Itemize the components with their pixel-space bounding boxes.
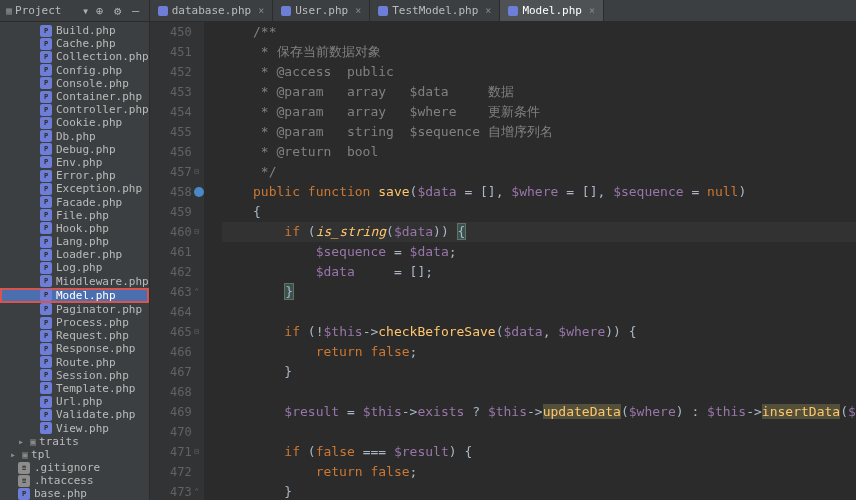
line-number[interactable]: 466 — [150, 342, 192, 362]
line-number[interactable]: 472 — [150, 462, 192, 482]
tab-testmodel-php[interactable]: TestModel.php× — [370, 0, 500, 21]
line-number[interactable]: 473⌃ — [150, 482, 192, 500]
line-number[interactable]: 469 — [150, 402, 192, 422]
line-number[interactable]: 455 — [150, 122, 192, 142]
line-number[interactable]: 453 — [150, 82, 192, 102]
line-number[interactable]: 464 — [150, 302, 192, 322]
tree-file-middleware-php[interactable]: PMiddleware.php — [0, 275, 149, 288]
tree-file-db-php[interactable]: PDb.php — [0, 130, 149, 143]
tree-file-session-php[interactable]: PSession.php — [0, 369, 149, 382]
close-icon[interactable]: × — [258, 5, 264, 16]
line-number[interactable]: 457⊟ — [150, 162, 192, 182]
code-line[interactable] — [222, 422, 856, 442]
line-number[interactable]: 471⊟ — [150, 442, 192, 462]
line-number[interactable]: 458 — [150, 182, 192, 202]
line-number[interactable]: 452 — [150, 62, 192, 82]
code-line[interactable] — [222, 302, 856, 322]
tree-file-url-php[interactable]: PUrl.php — [0, 395, 149, 408]
tree-file-base-php[interactable]: Pbase.php — [0, 487, 149, 500]
code-line[interactable]: if (is_string($data)) { — [222, 222, 856, 242]
line-number[interactable]: 454 — [150, 102, 192, 122]
tree-file-log-php[interactable]: PLog.php — [0, 261, 149, 274]
code-line[interactable]: /** — [222, 22, 856, 42]
tree-file-route-php[interactable]: PRoute.php — [0, 356, 149, 369]
line-number[interactable]: 456 — [150, 142, 192, 162]
code-line[interactable]: return false; — [222, 342, 856, 362]
tree-file-cookie-php[interactable]: PCookie.php — [0, 116, 149, 129]
line-number[interactable]: 468 — [150, 382, 192, 402]
code-line[interactable]: } — [222, 482, 856, 500]
code-line[interactable]: * @param array $where 更新条件 — [222, 102, 856, 122]
tree-file-view-php[interactable]: PView.php — [0, 421, 149, 434]
tree-file-validate-php[interactable]: PValidate.php — [0, 408, 149, 421]
tree-file-exception-php[interactable]: PException.php — [0, 182, 149, 195]
code-line[interactable]: * @access public — [222, 62, 856, 82]
line-number[interactable]: 465⊟ — [150, 322, 192, 342]
code-line[interactable]: */ — [222, 162, 856, 182]
line-number[interactable]: 470 — [150, 422, 192, 442]
code-line[interactable]: $result = $this->exists ? $this->updateD… — [222, 402, 856, 422]
tab-user-php[interactable]: User.php× — [273, 0, 370, 21]
close-icon[interactable]: × — [355, 5, 361, 16]
tree-file-file-php[interactable]: PFile.php — [0, 209, 149, 222]
tree-folder-tpl[interactable]: ▸ ▣tpl — [0, 448, 149, 461]
dropdown-icon[interactable]: ▾ — [79, 4, 93, 18]
tree-file-response-php[interactable]: PResponse.php — [0, 342, 149, 355]
tree-file-controller-php[interactable]: PController.php — [0, 103, 149, 116]
code-line[interactable]: * 保存当前数据对象 — [222, 42, 856, 62]
tree-file-facade-php[interactable]: PFacade.php — [0, 195, 149, 208]
tab-database-php[interactable]: database.php× — [150, 0, 274, 21]
tree-file-collection-php[interactable]: PCollection.php — [0, 50, 149, 63]
code-line[interactable]: $sequence = $data; — [222, 242, 856, 262]
tab-model-php[interactable]: Model.php× — [500, 0, 604, 21]
line-number[interactable]: 450 — [150, 22, 192, 42]
fold-icon[interactable]: ⊟ — [192, 167, 202, 177]
settings-icon[interactable]: ⚙ — [111, 4, 125, 18]
collapse-icon[interactable]: ⊕ — [93, 4, 107, 18]
line-number[interactable]: 461 — [150, 242, 192, 262]
code-line[interactable]: $data = []; — [222, 262, 856, 282]
code-area[interactable]: /** * 保存当前数据对象 * @access public * @param… — [204, 22, 856, 500]
fold-icon[interactable]: ⊟ — [192, 227, 202, 237]
line-number[interactable]: 451 — [150, 42, 192, 62]
tree-file-paginator-php[interactable]: PPaginator.php — [0, 303, 149, 316]
tree-file-template-php[interactable]: PTemplate.php — [0, 382, 149, 395]
fold-end-icon[interactable]: ⌃ — [192, 487, 202, 497]
tree-file-debug-php[interactable]: PDebug.php — [0, 143, 149, 156]
fold-end-icon[interactable]: ⌃ — [192, 287, 202, 297]
tree-file-model-php[interactable]: PModel.php — [0, 288, 149, 303]
tree-file-cache-php[interactable]: PCache.php — [0, 37, 149, 50]
tree-folder-traits[interactable]: ▸ ▣traits — [0, 435, 149, 448]
code-line[interactable]: } — [222, 282, 856, 302]
tree-file-request-php[interactable]: PRequest.php — [0, 329, 149, 342]
fold-icon[interactable]: ⊟ — [192, 447, 202, 457]
code-line[interactable]: { — [222, 202, 856, 222]
tree-file-env-php[interactable]: PEnv.php — [0, 156, 149, 169]
line-number[interactable]: 463⌃ — [150, 282, 192, 302]
tree-file-console-php[interactable]: PConsole.php — [0, 77, 149, 90]
code-line[interactable]: * @return bool — [222, 142, 856, 162]
tree-file-error-php[interactable]: PError.php — [0, 169, 149, 182]
close-icon[interactable]: × — [589, 5, 595, 16]
tree-file-lang-php[interactable]: PLang.php — [0, 235, 149, 248]
close-icon[interactable]: × — [485, 5, 491, 16]
code-line[interactable]: if (!$this->checkBeforeSave($data, $wher… — [222, 322, 856, 342]
code-line[interactable]: return false; — [222, 462, 856, 482]
code-line[interactable]: public function save($data = [], $where … — [222, 182, 856, 202]
tree-file--gitignore[interactable]: ≡.gitignore — [0, 461, 149, 474]
tree-file-hook-php[interactable]: PHook.php — [0, 222, 149, 235]
line-number[interactable]: 462 — [150, 262, 192, 282]
tree-file-process-php[interactable]: PProcess.php — [0, 316, 149, 329]
code-line[interactable]: } — [222, 362, 856, 382]
code-line[interactable]: * @param array $data 数据 — [222, 82, 856, 102]
tree-file--htaccess[interactable]: ≡.htaccess — [0, 474, 149, 487]
tree-file-loader-php[interactable]: PLoader.php — [0, 248, 149, 261]
hide-icon[interactable]: — — [129, 4, 143, 18]
line-number[interactable]: 460⊟ — [150, 222, 192, 242]
tree-file-config-php[interactable]: PConfig.php — [0, 64, 149, 77]
tree-file-container-php[interactable]: PContainer.php — [0, 90, 149, 103]
tree-file-build-php[interactable]: PBuild.php — [0, 24, 149, 37]
override-icon[interactable] — [194, 187, 204, 197]
fold-icon[interactable]: ⊟ — [192, 327, 202, 337]
code-line[interactable] — [222, 382, 856, 402]
